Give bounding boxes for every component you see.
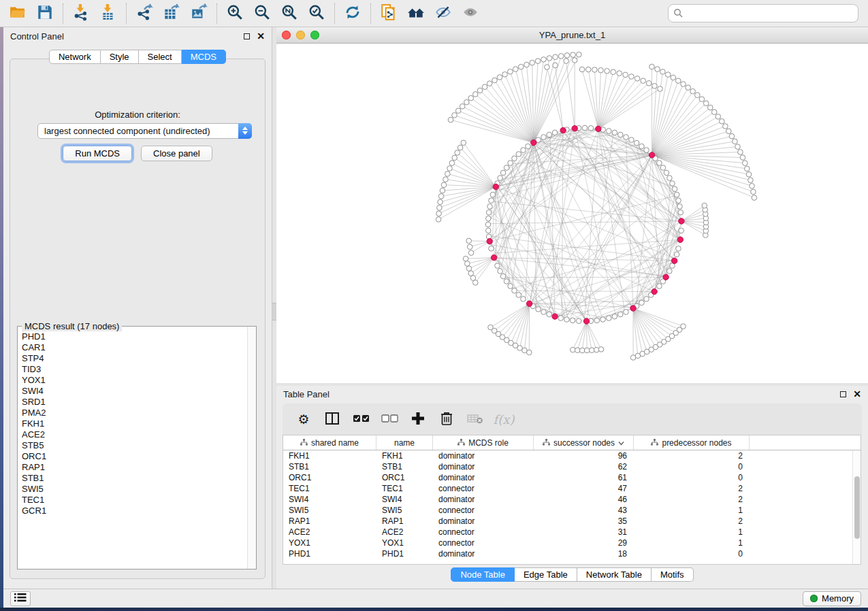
network-node[interactable]	[589, 348, 594, 353]
network-node[interactable]	[624, 310, 629, 315]
network-hub-node[interactable]	[679, 218, 684, 224]
network-node[interactable]	[487, 81, 492, 86]
network-node[interactable]	[513, 67, 519, 72]
network-node[interactable]	[521, 297, 526, 302]
network-node[interactable]	[686, 85, 691, 90]
network-node[interactable]	[504, 165, 509, 171]
network-node[interactable]	[508, 161, 513, 166]
network-node[interactable]	[536, 307, 541, 312]
network-node[interactable]	[617, 71, 622, 76]
network-node[interactable]	[746, 172, 752, 178]
close-panel-icon[interactable]: ✕	[257, 33, 265, 39]
network-node[interactable]	[751, 189, 756, 195]
network-node[interactable]	[618, 132, 624, 137]
network-node[interactable]	[634, 76, 640, 82]
network-node[interactable]	[594, 318, 600, 323]
network-window-titlebar[interactable]: YPA_prune.txt_1	[276, 27, 868, 44]
network-node[interactable]	[512, 156, 517, 161]
network-node[interactable]	[541, 310, 547, 315]
mcds-result-item[interactable]: TEC1	[18, 495, 246, 506]
network-node[interactable]	[629, 74, 634, 80]
network-node[interactable]	[752, 195, 757, 201]
mcds-result-item[interactable]: PMA2	[18, 408, 246, 418]
network-node[interactable]	[716, 114, 721, 120]
home-button[interactable]	[404, 2, 428, 25]
network-node[interactable]	[738, 150, 743, 155]
mcds-result-item[interactable]: CAR1	[18, 342, 246, 353]
select-all-columns-button[interactable]	[349, 408, 372, 431]
column-header-predecessor-nodes[interactable]: predecessor nodes	[634, 435, 750, 450]
network-node[interactable]	[729, 133, 735, 139]
network-node[interactable]	[664, 170, 669, 176]
network-node[interactable]	[649, 64, 655, 69]
network-hub-node[interactable]	[487, 239, 492, 244]
network-node[interactable]	[521, 148, 526, 153]
network-node[interactable]	[467, 244, 472, 250]
network-node[interactable]	[443, 177, 449, 182]
mcds-result-item[interactable]: RAP1	[18, 462, 246, 473]
network-hub-node[interactable]	[491, 254, 496, 260]
network-hub-node[interactable]	[596, 126, 601, 131]
network-node[interactable]	[487, 204, 493, 210]
network-node[interactable]	[579, 348, 585, 353]
network-hub-node[interactable]	[552, 314, 558, 319]
network-node[interactable]	[598, 347, 604, 352]
column-header-name[interactable]: name	[376, 435, 433, 450]
network-node[interactable]	[675, 78, 681, 84]
network-node[interactable]	[644, 297, 649, 302]
network-node[interactable]	[465, 261, 470, 267]
network-node[interactable]	[477, 88, 483, 93]
export-image-button[interactable]	[187, 2, 211, 25]
network-node[interactable]	[702, 203, 707, 208]
close-table-panel-icon[interactable]: ✕	[853, 391, 861, 397]
network-node[interactable]	[526, 144, 531, 149]
network-node[interactable]	[445, 171, 451, 177]
network-node[interactable]	[623, 72, 628, 78]
network-node[interactable]	[516, 152, 521, 157]
network-node[interactable]	[449, 161, 455, 166]
network-node[interactable]	[600, 317, 606, 323]
mcds-result-item[interactable]: TID3	[18, 364, 246, 375]
table-settings-button[interactable]: ⚙	[292, 408, 315, 431]
network-node[interactable]	[486, 216, 492, 221]
table-row[interactable]: YOX1YOX1connector291	[283, 538, 852, 548]
network-node[interactable]	[652, 84, 658, 89]
network-node[interactable]	[564, 317, 570, 323]
mcds-result-item[interactable]: GCR1	[18, 506, 246, 516]
network-node[interactable]	[552, 130, 558, 135]
mcds-result-item[interactable]: YOX1	[18, 375, 246, 386]
network-node[interactable]	[667, 269, 673, 274]
import-table-button[interactable]	[96, 2, 120, 25]
network-node[interactable]	[676, 198, 681, 203]
duplicate-network-button[interactable]	[376, 2, 401, 25]
network-node[interactable]	[452, 155, 457, 161]
save-session-button[interactable]	[33, 2, 57, 25]
float-table-panel-icon[interactable]	[840, 391, 846, 397]
network-node[interactable]	[677, 204, 683, 210]
network-node[interactable]	[438, 194, 444, 199]
network-node[interactable]	[743, 161, 748, 166]
network-node[interactable]	[547, 56, 552, 61]
network-node[interactable]	[678, 210, 684, 215]
network-node[interactable]	[485, 222, 491, 227]
mcds-result-item[interactable]: ORC1	[18, 451, 246, 462]
zoom-out-button[interactable]	[250, 2, 274, 25]
network-node[interactable]	[674, 252, 679, 257]
network-node[interactable]	[572, 58, 577, 63]
run-mcds-button[interactable]: Run MCDS	[63, 146, 132, 161]
network-node[interactable]	[545, 65, 550, 70]
network-node[interactable]	[436, 217, 441, 222]
layout-refresh-button[interactable]	[340, 2, 365, 25]
network-node[interactable]	[497, 75, 502, 80]
tab-network[interactable]: Network	[49, 50, 101, 64]
network-node[interactable]	[461, 140, 466, 146]
search-input[interactable]	[668, 4, 858, 22]
network-node[interactable]	[448, 117, 453, 122]
network-node[interactable]	[570, 318, 575, 323]
network-node[interactable]	[468, 95, 474, 101]
table-scrollbar[interactable]	[852, 450, 861, 564]
network-node[interactable]	[575, 348, 580, 353]
network-node[interactable]	[437, 205, 443, 211]
network-node[interactable]	[440, 188, 445, 193]
network-node[interactable]	[679, 228, 684, 233]
